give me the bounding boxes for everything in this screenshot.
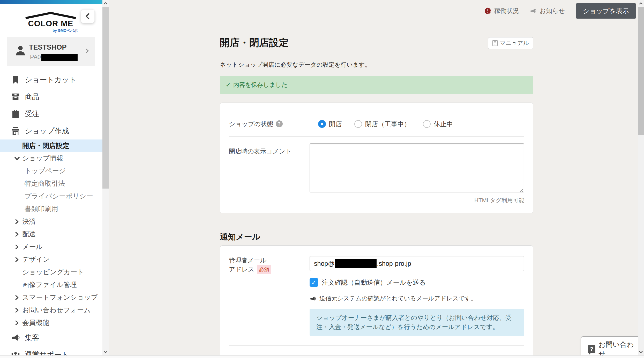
sidebar-item-privacy-policy[interactable]: プライバシーポリシー <box>0 190 102 203</box>
sidebar-item-shop-info[interactable]: ショップ情報 <box>0 152 102 165</box>
shop-account-box[interactable]: TESTSHOP PA0 <box>7 37 95 66</box>
chevron-right-icon <box>84 47 90 55</box>
manual-button-label: マニュアル <box>500 39 529 47</box>
main-content: 開店・閉店設定 マニュアル ネットショップ開店に必要なデータの設定を行います。 … <box>220 36 533 358</box>
shop-status-radio-group: 開店 閉店（工事中） 休止中 <box>318 120 524 128</box>
top-actions-bar: 稼働状況 お知らせ ショップを表示 <box>111 3 636 19</box>
sidebar-item-membership[interactable]: 会員機能 <box>0 316 102 329</box>
sender-verified-note: 送信元システムの確認がとれているメールアドレスです。 <box>319 294 477 302</box>
storefront-icon <box>10 127 21 135</box>
radio-unselected-icon <box>423 120 431 128</box>
chevron-left-icon <box>84 13 91 20</box>
save-success-alert: ✓ 内容を保存しました <box>220 76 533 94</box>
radio-suspended-label: 休止中 <box>434 120 453 128</box>
check-icon: ✓ <box>226 81 231 89</box>
email-suffix: .shop-pro.jp <box>377 260 411 267</box>
sidebar-item-products[interactable]: 商品 <box>0 88 102 105</box>
sidebar-item-shopping-cart[interactable]: ショッピングカート <box>0 266 102 278</box>
shop-status-card: ショップの状態 ? 開店 閉店（工事中） 休止中 閉店時の表示コメ <box>220 103 533 213</box>
contact-floating-button[interactable]: ? お問い合わせ <box>581 336 644 358</box>
notification-mail-section-title: 通知メール <box>220 231 533 242</box>
alert-badge-icon <box>484 7 491 14</box>
sidebar-top-gradient-bar <box>0 0 102 4</box>
radio-selected-icon <box>318 120 326 128</box>
sidebar-item-document-print[interactable]: 書類印刷用 <box>0 203 102 215</box>
chevron-right-icon <box>14 307 20 313</box>
email-prefix: shop@ <box>314 260 335 267</box>
logo-subtext: by GMOペパボ <box>22 28 79 33</box>
radio-closed-construction[interactable]: 閉店（工事中） <box>354 120 410 128</box>
shop-id: PA0 <box>30 54 78 61</box>
shop-status-label: ショップの状態 <box>229 120 273 129</box>
sidebar-item-contact-form[interactable]: お問い合わせフォーム <box>0 304 102 316</box>
help-icon[interactable]: ? <box>276 120 283 127</box>
sidebar-collapse-button[interactable] <box>81 9 95 23</box>
main-scrollbar <box>638 0 644 355</box>
sidebar-item-shipping[interactable]: 配送 <box>0 228 102 240</box>
news-link[interactable]: お知らせ <box>530 7 565 15</box>
scroll-up-arrow-icon[interactable] <box>102 0 109 7</box>
scroll-up-arrow-icon[interactable] <box>638 0 644 7</box>
shop-name: TESTSHOP <box>29 43 67 51</box>
admin-order-confirm-label: 注文確認（自動送信）メールを送る <box>322 278 426 287</box>
radio-closed-label: 閉店（工事中） <box>365 120 410 128</box>
chevron-right-icon <box>14 294 20 301</box>
package-icon <box>10 92 21 101</box>
closed-comment-textarea[interactable] <box>310 143 524 192</box>
page-title: 開店・閉店設定 <box>220 36 533 49</box>
window-bottom-edge <box>0 355 644 358</box>
operation-status-link[interactable]: 稼働状況 <box>484 7 519 15</box>
scroll-down-arrow-icon[interactable] <box>102 349 109 355</box>
operation-status-label: 稼働状況 <box>494 7 519 15</box>
sidebar-item-image-file-management[interactable]: 画像ファイル管理 <box>0 278 102 291</box>
chevron-down-icon <box>14 155 20 161</box>
sidebar-item-top-page[interactable]: トップページ <box>0 165 102 177</box>
view-shop-button[interactable]: ショップを表示 <box>576 3 636 19</box>
colorme-logo[interactable]: COLOR ME by GMOペパボ <box>22 11 79 33</box>
sidebar-item-commercial-law[interactable]: 特定商取引法 <box>0 177 102 190</box>
radio-suspended[interactable]: 休止中 <box>423 120 453 128</box>
sidebar-item-open-close-settings[interactable]: 開店・閉店設定 <box>0 139 102 152</box>
chevron-right-icon <box>14 256 20 263</box>
megaphone-icon <box>10 333 21 342</box>
page-description: ネットショップ開店に必要なデータの設定を行います。 <box>220 61 533 69</box>
sidebar-item-design[interactable]: デザイン <box>0 253 102 266</box>
admin-order-confirm-checkbox-row[interactable]: ✓ 注文確認（自動送信）メールを送る <box>310 278 524 287</box>
chevron-right-icon <box>14 219 20 225</box>
sidebar-item-mail[interactable]: メール <box>0 240 102 253</box>
sidebar-item-orders[interactable]: 受注 <box>0 105 102 122</box>
shop-id-prefix: PA0 <box>30 54 41 61</box>
sidebar-scrollbar <box>102 0 109 355</box>
sidebar-item-smartphone-shop[interactable]: スマートフォンショップ <box>0 291 102 304</box>
news-label: お知らせ <box>540 7 565 15</box>
document-icon <box>492 40 498 46</box>
sidebar-scrollbar-thumb[interactable] <box>102 7 109 189</box>
sender-verified-note-row: 送信元システムの確認がとれているメールアドレスです。 <box>310 294 524 302</box>
chevron-right-icon <box>14 320 20 326</box>
question-bubble-icon: ? <box>588 345 595 353</box>
chevron-right-icon <box>14 231 20 237</box>
sidebar-item-payment[interactable]: 決済 <box>0 215 102 228</box>
main-scrollbar-thumb[interactable] <box>638 7 644 135</box>
logo-text: COLOR ME <box>22 20 79 28</box>
required-badge: 必須 <box>257 265 271 274</box>
manual-button[interactable]: マニュアル <box>488 37 533 49</box>
admin-email-label: 管理者メール アドレス必須 <box>229 256 310 336</box>
sidebar-item-shortcut[interactable]: ショートカット <box>0 71 102 88</box>
shop-status-label-row: ショップの状態 ? <box>229 120 318 129</box>
radio-open[interactable]: 開店 <box>318 120 342 128</box>
megaphone-icon <box>310 295 316 302</box>
admin-email-input[interactable]: shop@ .shop-pro.jp <box>310 256 524 271</box>
sidebar-item-marketing[interactable]: 集客 <box>0 329 102 346</box>
redacted-email-domain <box>335 259 377 268</box>
radio-open-label: 開店 <box>329 120 342 128</box>
notification-mail-card: 管理者メール アドレス必須 shop@ .shop-pro.jp ✓ 注文確認（… <box>220 245 533 358</box>
save-success-text: 内容を保存しました <box>233 81 288 89</box>
sidebar-item-shop-create[interactable]: ショップ作成 <box>0 122 102 139</box>
html-tag-note: HTMLタグ利用可能 <box>310 197 524 204</box>
scroll-down-arrow-icon[interactable] <box>638 349 644 355</box>
logo-roof-icon <box>24 11 77 19</box>
sidebar-nav: ショートカット 商品 受注 ショップ作成 開店・閉店設定 ショップ情報 トップペ… <box>0 71 102 358</box>
user-icon <box>14 44 26 56</box>
checkbox-checked-icon: ✓ <box>310 278 318 287</box>
